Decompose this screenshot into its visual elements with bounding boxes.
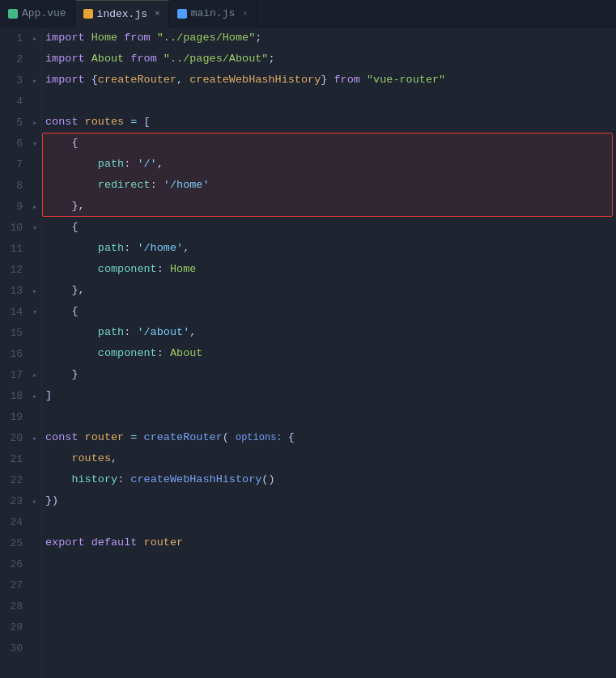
fn-createRouter: createRouter xyxy=(98,70,176,91)
fold-icon[interactable]: ▸ xyxy=(29,117,40,128)
identifier-routes: routes xyxy=(71,448,111,469)
line-num: 8 xyxy=(0,180,29,192)
code-line-11: path : '/home' , xyxy=(45,238,616,259)
fold-icon[interactable]: ▾ xyxy=(29,222,40,233)
code-area: 1 ▸ 2 3 ▸ 4 5 ▸ xyxy=(0,28,616,678)
fold-icon[interactable]: ▾ xyxy=(29,138,40,149)
indent xyxy=(45,280,71,301)
op-equals: = xyxy=(124,112,143,133)
brace-open: { xyxy=(71,133,78,154)
semicolon: ; xyxy=(255,28,261,49)
bracket-close: ] xyxy=(45,385,52,406)
tab-bar: App.vue index.js × main.js × xyxy=(0,0,616,28)
code-line-26 xyxy=(45,553,616,574)
prop-redirect: redirect xyxy=(98,175,151,196)
indent xyxy=(45,238,98,259)
fold-icon[interactable]: ▸ xyxy=(29,75,40,86)
indent xyxy=(45,343,98,364)
tab-close-icon[interactable]: × xyxy=(242,9,248,19)
brace-close: } xyxy=(321,70,333,91)
code-line-24 xyxy=(45,511,616,532)
prop-path: path xyxy=(98,154,124,175)
gutter-row: 13 ▸ xyxy=(0,280,41,301)
string-path: "../pages/About" xyxy=(164,49,269,70)
fn-createWebHashHistory: createWebHashHistory xyxy=(189,70,321,91)
fold-icon[interactable]: ▸ xyxy=(29,33,40,44)
fn-createWebHashHistory: createWebHashHistory xyxy=(130,469,261,490)
colon: : xyxy=(124,154,137,175)
fold-icon[interactable]: ▸ xyxy=(29,201,40,212)
parens: () xyxy=(261,469,274,490)
line-num: 15 xyxy=(0,327,29,339)
indent xyxy=(45,259,98,280)
colon: : xyxy=(151,175,164,196)
gutter-row: 2 xyxy=(0,49,41,70)
line-num: 12 xyxy=(0,264,29,276)
line-num: 18 xyxy=(0,390,29,402)
js-blue-icon xyxy=(177,9,187,19)
indent xyxy=(45,133,71,154)
line-num: 22 xyxy=(0,474,29,486)
brace-open: { xyxy=(91,70,98,91)
gutter-row: 24 xyxy=(0,511,41,532)
code-line-30 xyxy=(45,638,616,659)
tab-close-icon[interactable]: × xyxy=(155,9,160,19)
line-num: 2 xyxy=(0,53,29,66)
keyword-import: import xyxy=(45,28,91,49)
brace-open: { xyxy=(71,217,78,238)
fold-icon[interactable]: ▸ xyxy=(29,391,40,401)
gutter-row: 9 ▸ xyxy=(0,196,41,217)
brace-open: { xyxy=(288,427,295,448)
fold-icon[interactable]: ▸ xyxy=(29,286,40,296)
code-line-15: path : '/about' , xyxy=(45,322,616,343)
keyword-const: const xyxy=(45,427,85,448)
indent xyxy=(45,448,71,469)
gutter-row: 19 xyxy=(0,406,41,427)
identifier-about: About xyxy=(170,343,203,364)
line-num: 29 xyxy=(0,621,29,634)
op-equals: = xyxy=(124,427,143,448)
gutter-row: 10 ▾ xyxy=(0,217,41,238)
gutter-row: 12 xyxy=(0,259,41,280)
prop-path: path xyxy=(98,238,124,259)
identifier-router: router xyxy=(144,532,184,553)
fold-icon[interactable]: ▸ xyxy=(29,370,40,380)
code-line-16: component : About xyxy=(45,343,616,364)
code-line-29 xyxy=(45,617,616,638)
tab-app-vue[interactable]: App.vue xyxy=(0,0,75,28)
keyword-from: from xyxy=(130,49,164,70)
fold-icon[interactable]: ▸ xyxy=(29,433,40,443)
line-num: 19 xyxy=(0,411,29,423)
line-num: 30 xyxy=(0,642,29,655)
line-num: 3 xyxy=(0,74,29,87)
line-num: 10 xyxy=(0,222,29,234)
line-num: 21 xyxy=(0,453,29,465)
tab-index-js[interactable]: index.js × xyxy=(75,0,169,28)
comma: , xyxy=(176,70,189,91)
code-line-22: history : createWebHashHistory () xyxy=(45,469,616,490)
colon: : xyxy=(124,322,137,343)
tab-main-js[interactable]: main.js × xyxy=(169,0,257,28)
prop-path: path xyxy=(98,322,124,343)
string-home: '/home' xyxy=(164,175,210,196)
brace-close-comma: }, xyxy=(71,280,84,301)
keyword-from: from xyxy=(124,28,157,49)
gutter-row: 15 xyxy=(0,322,41,343)
tab-label: index.js xyxy=(97,8,147,20)
fold-icon[interactable]: ▾ xyxy=(29,307,40,317)
code-line-18: ] xyxy=(45,385,616,406)
gutter-row: 26 xyxy=(0,553,41,574)
code-line-7: path : '/' , xyxy=(45,154,616,175)
line-num: 20 xyxy=(0,432,29,444)
line-num: 24 xyxy=(0,516,29,528)
line-num: 6 xyxy=(0,138,29,150)
code-line-14: { xyxy=(45,301,616,322)
fold-icon[interactable]: ▸ xyxy=(29,496,40,506)
prop-component: component xyxy=(98,259,157,280)
indent xyxy=(45,364,71,385)
line-num: 13 xyxy=(0,285,29,297)
indent xyxy=(45,322,98,343)
gutter-row: 1 ▸ xyxy=(0,28,41,49)
gutter-row: 11 xyxy=(0,238,41,259)
code-line-4 xyxy=(45,91,616,112)
